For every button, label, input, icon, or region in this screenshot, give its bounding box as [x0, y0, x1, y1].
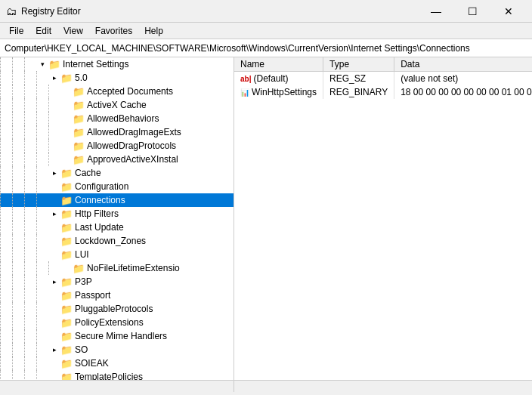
tree-item-label: SO: [75, 344, 88, 355]
folder-icon: 📁: [73, 113, 85, 125]
folder-icon: 📁: [60, 304, 73, 315]
no-expand-icon: [48, 357, 60, 369]
values-scrollbar[interactable]: [234, 381, 532, 392]
tree-item[interactable]: 📁ApprovedActiveXInstal: [0, 153, 234, 166]
folder-icon: 📁: [60, 372, 73, 381]
tree-item[interactable]: 📁SOIEAK: [0, 356, 234, 370]
folder-icon: 📁: [73, 127, 85, 138]
tree-item[interactable]: 📁Lockdown_Zones: [0, 234, 234, 248]
no-expand-icon: [60, 85, 73, 97]
tree-item[interactable]: 📁Passport: [0, 289, 234, 302]
tree-item[interactable]: ▸📁P3P: [0, 275, 234, 289]
registry-type: REG_BINARY: [323, 85, 394, 99]
menu-item-edit[interactable]: Edit: [29, 24, 57, 38]
no-expand-icon: [60, 126, 73, 138]
main-content: ▾📁Internet Settings ▸📁5.0 📁Accepted Docu…: [0, 57, 532, 380]
folder-icon: 📁: [60, 208, 73, 220]
registry-type: REG_SZ: [323, 72, 394, 86]
registry-data: (value not set): [394, 72, 532, 86]
tree-item[interactable]: 📁LUI: [0, 248, 234, 261]
tree-panel[interactable]: ▾📁Internet Settings ▸📁5.0 📁Accepted Docu…: [0, 57, 234, 380]
folder-icon: 📁: [60, 73, 73, 84]
tree-item[interactable]: ▾📁Internet Settings: [0, 57, 234, 71]
registry-values-panel[interactable]: Name Type Data ab|(Default)REG_SZ(value …: [234, 57, 532, 380]
expand-icon[interactable]: ▸: [48, 276, 60, 288]
menu-bar: FileEditViewFavoritesHelp: [0, 23, 532, 39]
no-expand-icon: [48, 181, 60, 193]
registry-table: Name Type Data ab|(Default)REG_SZ(value …: [234, 57, 532, 99]
tree-item[interactable]: 📁Connections: [0, 193, 234, 207]
menu-item-favorites[interactable]: Favorites: [89, 24, 138, 38]
folder-icon: 📁: [60, 276, 73, 288]
folder-icon: 📁: [48, 59, 60, 70]
folder-icon: 📁: [60, 168, 73, 179]
folder-icon: 📁: [60, 222, 73, 233]
folder-icon: 📁: [60, 317, 73, 329]
tree-item-label: Last Update: [75, 222, 124, 233]
folder-icon: 📁: [60, 331, 73, 342]
tree-item[interactable]: 📁Accepted Documents: [0, 85, 234, 98]
horizontal-scrollbar-area: [0, 380, 532, 392]
address-path: Computer\HKEY_LOCAL_MACHINE\SOFTWARE\Mic…: [5, 43, 470, 54]
app-icon: 🗂: [6, 5, 17, 17]
folder-icon: 📁: [73, 100, 85, 111]
expand-icon[interactable]: ▸: [48, 167, 60, 179]
no-expand-icon: [60, 153, 73, 165]
tree-item-label: Passport: [75, 290, 110, 301]
no-expand-icon: [48, 330, 60, 342]
registry-data: 18 00 00 00 00 00 00 00 01 00 0: [394, 85, 532, 99]
minimize-button[interactable]: —: [419, 0, 453, 23]
expand-icon[interactable]: ▸: [48, 344, 60, 356]
tree-item[interactable]: 📁AllowedDragImageExts: [0, 125, 234, 139]
collapse-icon[interactable]: ▾: [36, 58, 48, 70]
tree-item[interactable]: ▸📁Http Filters: [0, 207, 234, 221]
tree-item[interactable]: ▸📁5.0: [0, 71, 234, 85]
folder-icon: 📁: [60, 344, 73, 356]
menu-item-view[interactable]: View: [57, 24, 89, 38]
close-button[interactable]: ✕: [491, 0, 526, 23]
tree-item-label: Http Filters: [75, 208, 119, 219]
tree-item[interactable]: 📁Configuration: [0, 180, 234, 193]
expand-icon[interactable]: ▸: [48, 72, 60, 84]
menu-item-file[interactable]: File: [3, 24, 29, 38]
table-row[interactable]: ab|(Default)REG_SZ(value not set): [234, 72, 532, 86]
tree-item-label: LUI: [75, 249, 89, 260]
tree-item-label: PolicyExtensions: [75, 317, 144, 328]
tree-item[interactable]: 📁AllowedBehaviors: [0, 112, 234, 125]
tree-item[interactable]: 📁Secure Mime Handlers: [0, 329, 234, 343]
tree-item[interactable]: ▸📁Cache: [0, 166, 234, 180]
folder-icon: 📁: [60, 358, 73, 369]
maximize-button[interactable]: ☐: [455, 0, 490, 23]
tree-item-label: Lockdown_Zones: [75, 236, 146, 246]
folder-icon: 📁: [60, 290, 73, 301]
address-bar: Computer\HKEY_LOCAL_MACHINE\SOFTWARE\Mic…: [0, 39, 532, 57]
no-expand-icon: [48, 248, 60, 261]
tree-item[interactable]: 📁ActiveX Cache: [0, 98, 234, 112]
tree-item[interactable]: 📁PluggableProtocols: [0, 302, 234, 316]
tree-item-label: ActiveX Cache: [87, 100, 147, 110]
folder-icon: 📁: [73, 86, 85, 97]
table-row[interactable]: 📊WinHttpSettingsREG_BINARY18 00 00 00 00…: [234, 85, 532, 99]
no-expand-icon: [48, 371, 60, 380]
registry-name: 📊WinHttpSettings: [234, 85, 323, 99]
tree-item[interactable]: 📁PolicyExtensions: [0, 316, 234, 329]
expand-icon[interactable]: ▸: [48, 208, 60, 220]
tree-item-label: Connections: [75, 195, 125, 205]
tree-scrollbar[interactable]: [0, 381, 234, 392]
tree-item[interactable]: 📁NoFileLifetimeExtensio: [0, 261, 234, 275]
string-value-icon: ab|: [240, 75, 251, 83]
tree-item[interactable]: 📁AllowedDragProtocols: [0, 139, 234, 153]
tree-item[interactable]: 📁Last Update: [0, 221, 234, 234]
window-controls: — ☐ ✕: [419, 0, 526, 23]
tree-item[interactable]: ▸📁SO: [0, 343, 234, 356]
tree-item-label: PluggableProtocols: [75, 304, 153, 314]
no-expand-icon: [48, 235, 60, 247]
folder-icon: 📁: [60, 249, 73, 261]
folder-icon: 📁: [73, 154, 85, 165]
tree-item[interactable]: 📁TemplatePolicies: [0, 370, 234, 380]
tree-item-label: Secure Mime Handlers: [75, 331, 167, 341]
folder-icon: 📁: [60, 181, 73, 193]
col-data: Data: [394, 57, 532, 72]
menu-item-help[interactable]: Help: [138, 24, 169, 38]
no-expand-icon: [48, 194, 60, 206]
